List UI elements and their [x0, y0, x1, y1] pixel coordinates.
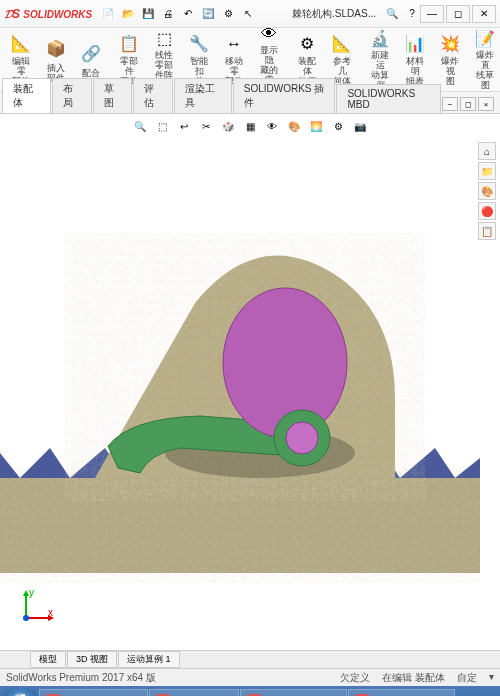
- display-style-icon[interactable]: ▦: [242, 118, 258, 134]
- view-triad[interactable]: yx: [18, 586, 58, 626]
- ribbon-新建运动算例[interactable]: 🔬新建运动算例: [363, 30, 397, 89]
- app-logo: 𝓓S SOLIDWORKS: [4, 7, 92, 21]
- windows-taskbar: OLIDWORKS P...20.png - 画图20.png - Windo.…: [0, 686, 500, 696]
- tab-布局[interactable]: 布局: [52, 78, 92, 113]
- bottom-tab-3D 视图[interactable]: 3D 视图: [67, 651, 117, 668]
- ribbon-label: 材料明细表: [403, 56, 427, 86]
- save-icon[interactable]: 💾: [140, 6, 156, 22]
- ribbon-icon: 🔬: [368, 29, 392, 48]
- taskbar-item[interactable]: 20.png - Windo...: [240, 689, 347, 696]
- status-version: SolidWorks Premium 2017 x64 版: [6, 671, 156, 685]
- resources-tab-icon[interactable]: 📁: [478, 162, 496, 180]
- ribbon-icon: 👁: [257, 25, 281, 43]
- view-settings-icon[interactable]: ⚙: [330, 118, 346, 134]
- render-icon[interactable]: 📷: [352, 118, 368, 134]
- select-icon[interactable]: ↖: [240, 6, 256, 22]
- quick-access-toolbar: 📄 📂 💾 🖨 ↶ 🔄 ⚙ ↖: [100, 6, 256, 22]
- start-button[interactable]: [2, 688, 38, 696]
- hide-show-icon[interactable]: 👁: [264, 118, 280, 134]
- tab-草图[interactable]: 草图: [93, 78, 133, 113]
- tab-SOLIDWORKS 插件[interactable]: SOLIDWORKS 插件: [233, 78, 336, 113]
- ribbon-icon: 🔧: [187, 33, 211, 54]
- help-icon[interactable]: ?: [404, 6, 420, 22]
- ribbon-icon: 📊: [403, 33, 427, 54]
- search-icon[interactable]: 🔍: [384, 6, 400, 22]
- document-title: 棘轮机构.SLDAS...: [292, 7, 376, 21]
- ribbon-icon: 📝: [473, 29, 497, 48]
- ribbon-爆炸直线草图[interactable]: 📝爆炸直线草图: [468, 30, 500, 89]
- custom-props-icon[interactable]: 📋: [478, 222, 496, 240]
- ribbon-label: 配合: [82, 68, 100, 78]
- ribbon-icon: ↔: [222, 33, 246, 54]
- heads-up-toolbar: 🔍 ⬚ ↩ ✂ 🎲 ▦ 👁 🎨 🌅 ⚙ 📷: [0, 114, 500, 138]
- ribbon-icon: 📐: [9, 33, 33, 54]
- rebuild-icon[interactable]: 🔄: [200, 6, 216, 22]
- appearances-tab-icon[interactable]: 🔴: [478, 202, 496, 220]
- graphics-viewport[interactable]: yx ⌂ 📁 🎨 🔴 📋: [0, 138, 500, 650]
- prev-view-icon[interactable]: ↩: [176, 118, 192, 134]
- view-palette-icon[interactable]: 🎨: [478, 182, 496, 200]
- print-icon[interactable]: 🖨: [160, 6, 176, 22]
- task-pane: ⌂ 📁 🎨 🔴 📋: [478, 142, 498, 240]
- view-orient-icon[interactable]: 🎲: [220, 118, 236, 134]
- bottom-tab-运动算例 1[interactable]: 运动算例 1: [118, 651, 180, 668]
- status-dropdown-icon[interactable]: ▾: [489, 671, 494, 685]
- mdi-restore[interactable]: ◻: [460, 97, 476, 111]
- zoom-fit-icon[interactable]: 🔍: [132, 118, 148, 134]
- maximize-button[interactable]: ◻: [446, 5, 470, 23]
- home-tab-icon[interactable]: ⌂: [478, 142, 496, 160]
- title-bar: 𝓓S SOLIDWORKS 📄 📂 💾 🖨 ↶ 🔄 ⚙ ↖ 棘轮机构.SLDAS…: [0, 0, 500, 28]
- ribbon-icon: 📐: [330, 33, 354, 54]
- svg-text:x: x: [48, 607, 53, 618]
- motion-tabs: 模型3D 视图运动算例 1: [0, 650, 500, 668]
- command-tabs: 装配体布局草图评估渲染工具SOLIDWORKS 插件SOLIDWORKS MBD…: [0, 92, 500, 114]
- ribbon-label: 爆炸视图: [438, 56, 462, 86]
- ribbon-icon: 📋: [117, 33, 141, 54]
- ribbon-icon: 📦: [44, 37, 68, 61]
- scene-icon[interactable]: 🌅: [308, 118, 324, 134]
- ribbon-icon: ⬚: [152, 29, 176, 48]
- tab-SOLIDWORKS MBD[interactable]: SOLIDWORKS MBD: [336, 84, 441, 113]
- zoom-area-icon[interactable]: ⬚: [154, 118, 170, 134]
- mdi-close[interactable]: ×: [478, 97, 494, 111]
- ribbon-icon: ⚙: [295, 33, 319, 54]
- tab-渲染工具[interactable]: 渲染工具: [174, 78, 232, 113]
- minimize-button[interactable]: —: [420, 5, 444, 23]
- svg-point-4: [286, 422, 318, 454]
- open-icon[interactable]: 📂: [120, 6, 136, 22]
- bottom-tab-模型[interactable]: 模型: [30, 651, 66, 668]
- status-bar: SolidWorks Premium 2017 x64 版 欠定义 在编辑 装配…: [0, 668, 500, 686]
- mdi-minimize[interactable]: −: [442, 97, 458, 111]
- appearance-icon[interactable]: 🎨: [286, 118, 302, 134]
- ribbon-label: 爆炸直线草图: [473, 50, 497, 90]
- tab-评估[interactable]: 评估: [133, 78, 173, 113]
- status-editing: 在编辑 装配体: [382, 671, 445, 685]
- options-icon[interactable]: ⚙: [220, 6, 236, 22]
- svg-text:y: y: [29, 587, 34, 598]
- svg-rect-0: [0, 478, 480, 573]
- model-render: [0, 138, 480, 650]
- taskbar-item[interactable]: 20.png - 画图: [149, 689, 239, 696]
- ribbon-材料明细表[interactable]: 📊材料明细表: [398, 30, 432, 89]
- status-define: 欠定义: [340, 671, 370, 685]
- section-icon[interactable]: ✂: [198, 118, 214, 134]
- ribbon-爆炸视图[interactable]: 💥爆炸视图: [433, 30, 467, 89]
- svg-point-9: [23, 615, 29, 621]
- ribbon-icon: 🔗: [79, 42, 103, 66]
- undo-icon[interactable]: ↶: [180, 6, 196, 22]
- close-button[interactable]: ✕: [472, 5, 496, 23]
- taskbar-item[interactable]: OLIDWORKS P...: [39, 689, 148, 696]
- tab-装配体[interactable]: 装配体: [2, 78, 51, 113]
- taskbar-item[interactable]: 9.PNG - Windo...: [348, 689, 455, 696]
- ribbon-icon: 💥: [438, 33, 462, 54]
- status-custom: 自定: [457, 671, 477, 685]
- new-icon[interactable]: 📄: [100, 6, 116, 22]
